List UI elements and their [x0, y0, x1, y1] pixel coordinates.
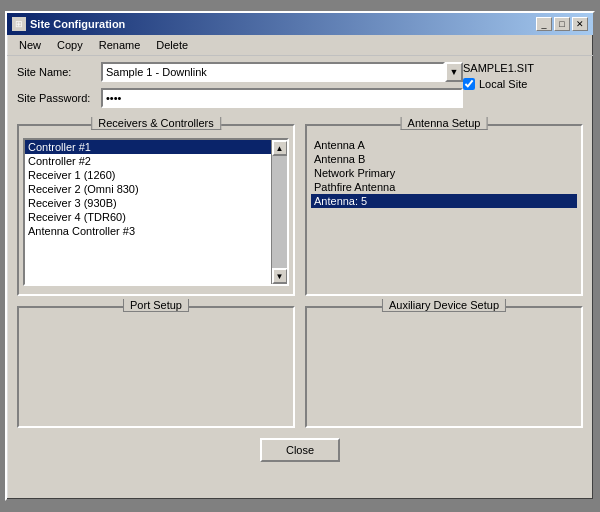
receivers-panel-title: Receivers & Controllers: [91, 117, 221, 130]
site-name-input[interactable]: [101, 62, 445, 82]
top-panels-row: Receivers & Controllers Controller #1 Co…: [7, 124, 593, 296]
site-password-row: Site Password:: [17, 88, 463, 108]
site-password-label: Site Password:: [17, 92, 97, 104]
site-file-label: SAMPLE1.SIT: [463, 62, 534, 74]
site-configuration-window: ⊞ Site Configuration _ □ ✕ New Copy Rena…: [5, 11, 595, 501]
list-item[interactable]: Antenna Controller #3: [25, 224, 271, 238]
close-button[interactable]: ✕: [572, 17, 588, 31]
menu-bar: New Copy Rename Delete: [7, 35, 593, 56]
close-dialog-button[interactable]: Close: [260, 438, 340, 462]
minimize-button[interactable]: _: [536, 17, 552, 31]
header-section: Site Name: ▼ Site Password: SAMPLE1.SIT …: [7, 56, 593, 120]
aux-device-panel: Auxiliary Device Setup: [305, 306, 583, 428]
list-item[interactable]: Network Primary: [311, 166, 577, 180]
list-item[interactable]: Receiver 3 (930B): [25, 196, 271, 210]
antenna-panel-title: Antenna Setup: [401, 117, 488, 130]
site-name-label: Site Name:: [17, 66, 97, 78]
site-name-row: Site Name: ▼: [17, 62, 463, 82]
list-item[interactable]: Pathfire Antenna: [311, 180, 577, 194]
antenna-listbox[interactable]: Antenna A Antenna B Network Primary Path…: [311, 138, 577, 286]
local-site-checkbox[interactable]: [463, 78, 475, 90]
receivers-list-content: Controller #1 Controller #2 Receiver 1 (…: [25, 140, 271, 238]
aux-device-title: Auxiliary Device Setup: [382, 299, 506, 312]
local-site-row: Local Site: [463, 78, 527, 90]
window-title: Site Configuration: [30, 18, 125, 30]
form-fields: Site Name: ▼ Site Password:: [17, 62, 463, 114]
bottom-panels-row: Port Setup Auxiliary Device Setup: [7, 306, 593, 428]
port-setup-inner: [19, 316, 293, 426]
scroll-down-button[interactable]: ▼: [272, 268, 288, 284]
list-item[interactable]: Receiver 4 (TDR60): [25, 210, 271, 224]
local-site-label: Local Site: [479, 78, 527, 90]
receivers-panel-inner: Controller #1 Controller #2 Receiver 1 (…: [19, 134, 293, 294]
list-item[interactable]: Receiver 1 (1260): [25, 168, 271, 182]
antenna-panel-inner: Antenna A Antenna B Network Primary Path…: [307, 134, 581, 294]
site-info-section: SAMPLE1.SIT Local Site: [463, 62, 583, 90]
aux-device-inner: [307, 316, 581, 426]
maximize-button[interactable]: □: [554, 17, 570, 31]
list-item[interactable]: Antenna A: [311, 138, 577, 152]
scroll-up-button[interactable]: ▲: [272, 140, 288, 156]
title-buttons: _ □ ✕: [536, 17, 588, 31]
list-item[interactable]: Receiver 2 (Omni 830): [25, 182, 271, 196]
antenna-panel: Antenna Setup Antenna A Antenna B Networ…: [305, 124, 583, 296]
window-icon: ⊞: [12, 17, 26, 31]
menu-new[interactable]: New: [11, 37, 49, 53]
list-item[interactable]: Controller #1: [25, 140, 271, 154]
menu-rename[interactable]: Rename: [91, 37, 149, 53]
close-row: Close: [7, 428, 593, 472]
site-password-input[interactable]: [101, 88, 463, 108]
list-item[interactable]: Antenna B: [311, 152, 577, 166]
list-item[interactable]: Controller #2: [25, 154, 271, 168]
list-item[interactable]: Antenna: 5: [311, 194, 577, 208]
port-setup-title: Port Setup: [123, 299, 189, 312]
dropdown-arrow-button[interactable]: ▼: [445, 62, 463, 82]
site-name-dropdown[interactable]: ▼: [101, 62, 463, 82]
receivers-listbox[interactable]: Controller #1 Controller #2 Receiver 1 (…: [23, 138, 289, 286]
receivers-scrollbar[interactable]: ▲ ▼: [271, 140, 287, 284]
port-setup-panel: Port Setup: [17, 306, 295, 428]
scroll-track[interactable]: [272, 156, 287, 268]
antenna-list-content: Antenna A Antenna B Network Primary Path…: [311, 138, 577, 208]
title-bar: ⊞ Site Configuration _ □ ✕: [7, 13, 593, 35]
receivers-panel: Receivers & Controllers Controller #1 Co…: [17, 124, 295, 296]
menu-copy[interactable]: Copy: [49, 37, 91, 53]
menu-delete[interactable]: Delete: [148, 37, 196, 53]
